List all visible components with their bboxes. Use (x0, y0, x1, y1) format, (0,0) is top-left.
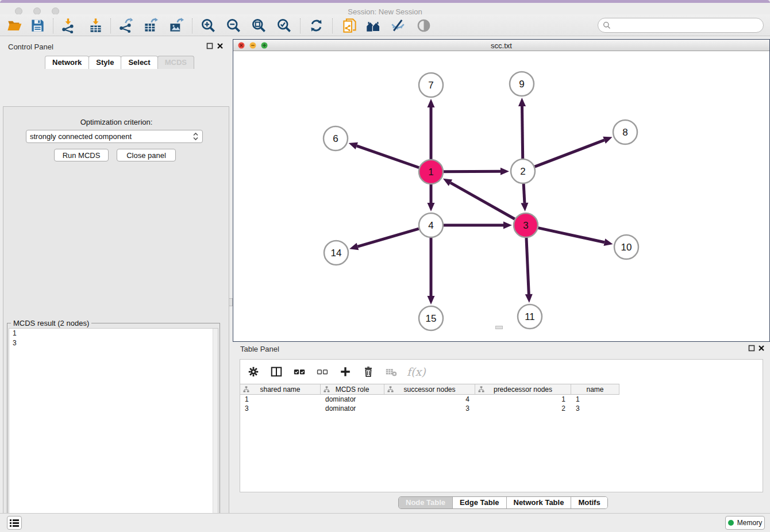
table-cell[interactable]: 1 (475, 395, 571, 404)
graph-edge-3-11[interactable] (526, 238, 529, 294)
graph-node-label: 11 (525, 311, 535, 322)
delete-columns-button[interactable] (361, 364, 376, 379)
new-network-from-selection-button[interactable] (338, 16, 360, 35)
save-session-button[interactable] (26, 16, 48, 35)
edge-arrowhead (349, 243, 359, 250)
table-cell[interactable]: dominator (321, 404, 384, 413)
control-panel-title: Control Panel (8, 43, 53, 51)
export-network-button[interactable] (114, 16, 136, 35)
hide-selected-button[interactable] (387, 16, 409, 35)
export-table-icon (143, 18, 159, 33)
table-cell[interactable]: 3 (384, 404, 475, 413)
control-panel-tabs: NetworkStyleSelectMCDS (45, 56, 194, 69)
table-cell[interactable]: 3 (571, 404, 619, 413)
export-image-button[interactable] (165, 16, 187, 35)
show-task-history-button[interactable] (7, 516, 22, 530)
splitter-grip[interactable] (229, 298, 233, 306)
edge-arrowhead (603, 137, 612, 144)
status-bar: Memory (0, 513, 770, 532)
export-network-icon (118, 18, 133, 33)
column-header-MCDS-role[interactable]: MCDS role (321, 384, 384, 394)
select-all-button[interactable] (292, 364, 307, 379)
show-all-icon (416, 18, 432, 33)
hierarchy-icon (478, 386, 484, 392)
optimization-criterion-dropdown[interactable]: strongly connected component (26, 130, 203, 143)
import-table-button[interactable] (84, 16, 106, 35)
deselect-all-button[interactable] (315, 364, 330, 379)
graph-node-label: 1 (428, 167, 433, 178)
list-icon (10, 519, 19, 527)
toggle-column-panel-button[interactable] (269, 364, 284, 379)
graph-edge-3-1[interactable] (451, 183, 515, 219)
table-cell[interactable]: 1 (571, 395, 619, 404)
import-network-button[interactable] (57, 16, 79, 35)
open-session-button[interactable] (3, 16, 25, 35)
tab-edge-table[interactable]: Edge Table (453, 497, 506, 508)
zoom-selected-button[interactable] (273, 16, 295, 35)
apply-style-refresh-button[interactable] (305, 16, 327, 35)
table-cell[interactable]: 3 (240, 404, 321, 413)
graph-edge-1-2[interactable] (444, 171, 500, 172)
network-canvas[interactable]: 7968124314101511 (233, 51, 769, 341)
mcds-result-list[interactable]: 13 (9, 328, 218, 532)
run-mcds-button[interactable]: Run MCDS (54, 149, 109, 161)
zoom-in-button[interactable] (197, 16, 219, 35)
graph-edge-1-6[interactable] (357, 146, 419, 168)
memory-button[interactable]: Memory (725, 516, 765, 530)
graph-edge-2-3[interactable] (523, 184, 525, 203)
titlebar: Session: New Session (0, 3, 770, 14)
float-panel-icon[interactable] (748, 345, 755, 352)
tab-style[interactable]: Style (88, 56, 121, 69)
zoom-out-button[interactable] (222, 16, 244, 35)
delete-table-button (384, 364, 399, 379)
graph-edge-2-8[interactable] (535, 140, 605, 167)
table-cell[interactable]: 4 (384, 395, 475, 404)
column-header-successor-nodes[interactable]: successor nodes (384, 384, 475, 394)
export-table-button[interactable] (140, 16, 161, 35)
first-neighbors-button[interactable] (362, 16, 384, 35)
edge-arrowhead (428, 296, 435, 304)
zoom-fit-button[interactable] (248, 16, 270, 35)
table-cell[interactable]: dominator (321, 395, 384, 404)
graph-edge-3-10[interactable] (538, 228, 604, 242)
table-cell[interactable]: 1 (240, 395, 321, 404)
toolbar-separator (53, 18, 53, 33)
column-header-shared-name[interactable]: shared name (240, 384, 321, 394)
mcds-result-group: MCDS result (2 nodes) 13 (7, 323, 220, 532)
result-item[interactable]: 1 (9, 329, 218, 338)
search-input[interactable] (611, 20, 763, 31)
graph-edge-4-14[interactable] (357, 229, 418, 246)
edge-arrowhead (349, 142, 358, 149)
graph-node-label: 2 (520, 166, 525, 177)
splitter-grip[interactable] (495, 326, 503, 329)
tab-motifs[interactable]: Motifs (571, 497, 607, 508)
table-row[interactable]: 3dominator323 (240, 404, 763, 413)
toolbar-separator (110, 18, 111, 33)
tab-mcds[interactable]: MCDS (157, 56, 194, 69)
show-all-button[interactable] (413, 16, 434, 35)
toolbar-separator (300, 18, 301, 33)
table-settings-button[interactable] (246, 364, 261, 379)
column-header-label: name (586, 385, 603, 394)
table-cell[interactable]: 2 (475, 404, 571, 413)
graph-edge-2-9[interactable] (522, 106, 523, 159)
network-view-window: scc.txt 7968124314101511 (233, 39, 770, 342)
create-column-button[interactable] (338, 364, 353, 379)
float-panel-icon[interactable] (206, 43, 213, 49)
close-panel-button[interactable]: Close panel (117, 149, 176, 161)
column-header-predecessor-nodes[interactable]: predecessor nodes (475, 384, 571, 394)
tab-node-table[interactable]: Node Table (399, 497, 453, 508)
result-scrollbar[interactable] (213, 329, 218, 532)
close-panel-icon[interactable] (217, 43, 224, 49)
network-window-titlebar: scc.txt (233, 40, 769, 51)
column-header-name[interactable]: name (571, 384, 619, 394)
delete-icon (362, 365, 375, 378)
tab-network-table[interactable]: Network Table (507, 497, 572, 508)
column-header-label: predecessor nodes (494, 385, 552, 394)
tab-select[interactable]: Select (121, 56, 157, 69)
table-row[interactable]: 1dominator411 (240, 395, 763, 404)
close-panel-icon[interactable] (758, 345, 765, 352)
result-item[interactable]: 3 (9, 338, 218, 348)
gear-icon (247, 365, 260, 378)
tab-network[interactable]: Network (45, 56, 89, 69)
